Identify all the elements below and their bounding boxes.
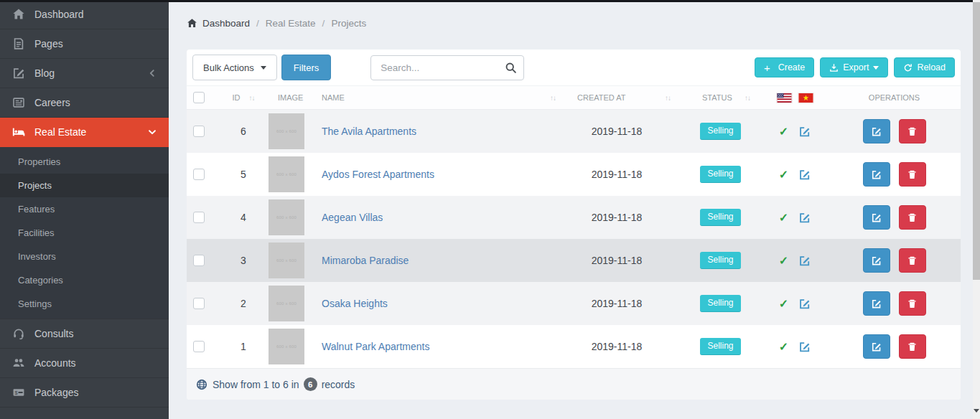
- translate-edit-icon[interactable]: [798, 255, 811, 267]
- sort-icon[interactable]: ↑↓: [249, 94, 255, 102]
- translated-check-icon: ✓: [779, 211, 788, 225]
- records-summary-prefix: Show from 1 to 6 in: [213, 379, 299, 390]
- project-name-link[interactable]: Osaka Heights: [322, 298, 388, 309]
- row-checkbox[interactable]: [193, 255, 205, 266]
- column-id[interactable]: ID: [233, 93, 241, 102]
- sidebar-item-real-estate[interactable]: Real Estate: [0, 118, 169, 147]
- edit-button[interactable]: [863, 291, 890, 316]
- translate-edit-icon[interactable]: [798, 298, 811, 310]
- reload-button[interactable]: Reload: [894, 57, 955, 77]
- delete-button[interactable]: [899, 291, 926, 316]
- table-body: 6600 x 600The Avila Apartments2019-11-18…: [187, 110, 961, 368]
- sidebar-item-pages[interactable]: Pages: [0, 29, 169, 59]
- translate-edit-icon[interactable]: [798, 126, 811, 138]
- row-image-placeholder: 600 x 600: [269, 243, 304, 278]
- sidebar-item-dashboard[interactable]: Dashboard: [0, 0, 169, 29]
- breadcrumb-item-projects: Projects: [331, 18, 366, 29]
- edit-button[interactable]: [863, 119, 890, 143]
- us-flag-icon: [777, 93, 792, 103]
- bulk-actions-button[interactable]: Bulk Actions: [192, 55, 277, 80]
- delete-button[interactable]: [899, 205, 926, 230]
- translated-check-icon: ✓: [779, 125, 788, 138]
- trash-icon: [907, 342, 918, 352]
- translate-edit-icon[interactable]: [798, 341, 811, 353]
- edit-button[interactable]: [863, 334, 890, 359]
- records-count-badge: 6: [304, 377, 317, 391]
- delete-button[interactable]: [899, 162, 926, 187]
- export-label: Export: [843, 62, 869, 72]
- row-checkbox[interactable]: [193, 341, 205, 352]
- edit-button[interactable]: [863, 162, 890, 187]
- sidebar-subitem-projects[interactable]: Projects: [0, 174, 169, 197]
- project-name-link[interactable]: The Avila Apartments: [322, 126, 416, 137]
- search-input[interactable]: [370, 55, 524, 80]
- sidebar-subitem-investors[interactable]: Investors: [0, 245, 169, 268]
- delete-button[interactable]: [899, 334, 926, 359]
- sidebar-item-packages[interactable]: $Packages: [0, 378, 169, 408]
- sort-icon[interactable]: ↑↓: [665, 94, 671, 102]
- scrollbar-thumb[interactable]: [973, 2, 980, 280]
- table-row: 1600 x 600Walnut Park Apartments2019-11-…: [187, 325, 961, 368]
- row-created-at: 2019-11-18: [571, 212, 686, 223]
- breadcrumb-separator: /: [322, 18, 325, 29]
- sidebar-subitem-properties[interactable]: Properties: [0, 150, 169, 174]
- select-all-checkbox[interactable]: [193, 92, 205, 103]
- filters-button[interactable]: Filters: [281, 55, 331, 80]
- translated-check-icon: ✓: [779, 254, 788, 268]
- status-badge: Selling: [700, 295, 740, 312]
- bulk-actions-label: Bulk Actions: [203, 62, 254, 73]
- sidebar-item-consults[interactable]: Consults: [0, 319, 169, 349]
- table-row: 2600 x 600Osaka Heights2019-11-18Selling…: [187, 282, 961, 325]
- page-scrollbar[interactable]: [973, 0, 980, 419]
- project-name-link[interactable]: Mimaroba Paradise: [322, 255, 409, 266]
- sidebar-subitem-features[interactable]: Features: [0, 197, 169, 221]
- trash-icon: [907, 298, 918, 309]
- sort-icon[interactable]: ↑↓: [550, 94, 556, 102]
- row-checkbox[interactable]: [193, 169, 205, 180]
- caret-down-icon: [261, 66, 266, 70]
- sidebar-item-careers[interactable]: Careers: [0, 88, 169, 118]
- table-header-row: ID ↑↓ IMAGE NAME ↑↓ CREATED AT ↑↓ STATUS…: [187, 85, 961, 110]
- pencil-square-icon: [871, 298, 882, 309]
- column-created-at[interactable]: CREATED AT: [577, 93, 625, 102]
- sidebar-subitem-categories[interactable]: Categories: [0, 268, 169, 292]
- sort-icon[interactable]: ↑↓: [745, 94, 750, 102]
- translate-edit-icon[interactable]: [798, 169, 811, 181]
- row-checkbox[interactable]: [193, 126, 205, 137]
- breadcrumb-item-dashboard[interactable]: Dashboard: [202, 18, 250, 29]
- export-button[interactable]: Export: [820, 57, 888, 77]
- sidebar-item-label: Consults: [34, 328, 73, 339]
- column-name[interactable]: NAME: [322, 93, 345, 102]
- top-strip: [0, 0, 980, 2]
- sidebar-item-accounts[interactable]: Accounts: [0, 349, 169, 378]
- sidebar-subitem-facilities[interactable]: Facilities: [0, 221, 169, 245]
- sidebar-subitem-settings[interactable]: Settings: [0, 292, 169, 316]
- create-button[interactable]: +Create: [755, 57, 814, 77]
- project-name-link[interactable]: Aegean Villas: [322, 212, 383, 223]
- sidebar-item-label: Accounts: [34, 357, 76, 369]
- translate-edit-icon[interactable]: [798, 212, 811, 224]
- sidebar-item-blog[interactable]: Blog: [0, 59, 169, 88]
- edit-button[interactable]: [863, 205, 890, 230]
- row-checkbox[interactable]: [193, 298, 205, 309]
- column-image: IMAGE: [278, 93, 303, 102]
- row-checkbox[interactable]: [193, 212, 205, 223]
- delete-button[interactable]: [899, 248, 926, 273]
- caret-down-icon: [873, 66, 879, 70]
- chevron-left-icon: [147, 68, 157, 78]
- trash-icon: [907, 169, 918, 180]
- row-image-placeholder: 600 x 600: [269, 199, 304, 235]
- project-name-link[interactable]: Aydos Forest Apartments: [322, 169, 434, 180]
- trash-icon: [907, 255, 918, 266]
- scrollbar-down-arrow-icon[interactable]: [973, 409, 980, 413]
- project-name-link[interactable]: Walnut Park Apartments: [322, 341, 429, 352]
- column-status[interactable]: STATUS: [702, 93, 732, 102]
- breadcrumb-item-real-estate[interactable]: Real Estate: [266, 18, 316, 29]
- search-icon[interactable]: [505, 62, 517, 74]
- edit-button[interactable]: [863, 248, 890, 273]
- translated-check-icon: ✓: [779, 297, 788, 311]
- pencil-square-icon: [871, 255, 882, 266]
- home-icon: [187, 18, 197, 29]
- delete-button[interactable]: [899, 119, 926, 143]
- row-id: 4: [218, 212, 269, 223]
